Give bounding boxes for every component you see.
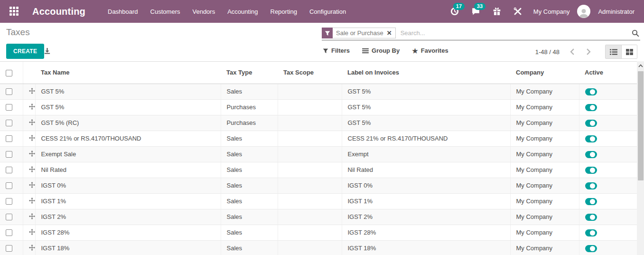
company-cell[interactable]: My Company bbox=[510, 131, 579, 146]
pager-next-button[interactable] bbox=[582, 47, 595, 57]
row-handle-cell[interactable] bbox=[23, 146, 35, 162]
group-by-button[interactable]: Group By bbox=[362, 47, 400, 54]
tax-scope-cell[interactable] bbox=[278, 162, 342, 178]
company-cell[interactable]: My Company bbox=[510, 209, 579, 225]
active-cell[interactable] bbox=[579, 115, 637, 131]
tax-name-cell[interactable]: Exempt Sale bbox=[35, 146, 221, 162]
column-tax-type[interactable]: Tax Type bbox=[221, 62, 278, 84]
tax-type-cell[interactable]: Sales bbox=[221, 178, 278, 193]
messages-button[interactable]: 33 bbox=[467, 5, 484, 18]
pager-previous-button[interactable] bbox=[566, 47, 579, 57]
row-checkbox[interactable] bbox=[6, 167, 12, 173]
vertical-scrollbar[interactable] bbox=[637, 61, 644, 255]
tax-type-cell[interactable]: Sales bbox=[221, 193, 278, 209]
active-toggle[interactable] bbox=[585, 214, 597, 221]
search-facet[interactable]: Sale or Purchase ✕ bbox=[322, 28, 396, 38]
table-row[interactable]: GST 5% Purchases GST 5% My Company bbox=[0, 99, 637, 115]
tax-scope-cell[interactable] bbox=[278, 115, 342, 131]
active-toggle[interactable] bbox=[585, 229, 597, 236]
active-toggle[interactable] bbox=[585, 151, 597, 158]
company-cell[interactable]: My Company bbox=[510, 240, 579, 255]
tax-type-cell[interactable]: Purchases bbox=[221, 99, 278, 115]
row-handle-cell[interactable] bbox=[23, 162, 35, 178]
drag-handle-icon[interactable] bbox=[29, 229, 35, 235]
company-switcher[interactable]: My Company bbox=[531, 8, 573, 15]
active-toggle[interactable] bbox=[585, 198, 597, 205]
tax-label-cell[interactable]: GST 5% bbox=[342, 84, 510, 99]
tax-scope-cell[interactable] bbox=[278, 240, 342, 255]
tax-scope-cell[interactable] bbox=[278, 193, 342, 209]
company-cell[interactable]: My Company bbox=[510, 162, 579, 178]
row-handle-cell[interactable] bbox=[23, 131, 35, 146]
menu-dashboard[interactable]: Dashboard bbox=[102, 0, 144, 23]
row-select-cell[interactable] bbox=[0, 146, 23, 162]
tax-label-cell[interactable]: CESS 21% or RS.4170/THOUSAND bbox=[342, 131, 510, 146]
active-cell[interactable] bbox=[579, 146, 637, 162]
column-active[interactable]: Active bbox=[579, 62, 637, 84]
gift-button[interactable] bbox=[489, 5, 505, 18]
company-cell[interactable]: My Company bbox=[510, 115, 579, 131]
tax-scope-cell[interactable] bbox=[278, 146, 342, 162]
row-select-cell[interactable] bbox=[0, 178, 23, 193]
user-menu[interactable]: Administrator bbox=[595, 8, 637, 15]
row-handle-cell[interactable] bbox=[23, 193, 35, 209]
row-select-cell[interactable] bbox=[0, 225, 23, 240]
company-cell[interactable]: My Company bbox=[510, 99, 579, 115]
search-bar[interactable]: Sale or Purchase ✕ bbox=[322, 26, 640, 40]
table-row[interactable]: IGST 28% Sales IGST 28% My Company bbox=[0, 225, 637, 240]
select-all-header[interactable] bbox=[0, 62, 23, 84]
active-cell[interactable] bbox=[579, 99, 637, 115]
tax-name-cell[interactable]: GST 5% bbox=[35, 84, 221, 99]
tax-name-cell[interactable]: GST 5% (RC) bbox=[35, 115, 221, 131]
company-cell[interactable]: My Company bbox=[510, 193, 579, 209]
tax-type-cell[interactable]: Sales bbox=[221, 162, 278, 178]
tax-label-cell[interactable]: GST 5% bbox=[342, 99, 510, 115]
active-cell[interactable] bbox=[579, 240, 637, 255]
tax-label-cell[interactable]: GST 5% bbox=[342, 115, 510, 131]
tax-scope-cell[interactable] bbox=[278, 209, 342, 225]
row-checkbox[interactable] bbox=[6, 229, 12, 236]
tax-scope-cell[interactable] bbox=[278, 131, 342, 146]
active-cell[interactable] bbox=[579, 178, 637, 193]
tax-type-cell[interactable]: Purchases bbox=[221, 115, 278, 131]
row-select-cell[interactable] bbox=[0, 193, 23, 209]
drag-handle-icon[interactable] bbox=[29, 135, 35, 141]
table-row[interactable]: GST 5% Sales GST 5% My Company bbox=[0, 84, 637, 99]
row-select-cell[interactable] bbox=[0, 209, 23, 225]
drag-handle-icon[interactable] bbox=[29, 198, 35, 204]
drag-handle-icon[interactable] bbox=[29, 88, 35, 94]
table-row[interactable]: Nil Rated Sales Nil Rated My Company bbox=[0, 162, 637, 178]
row-checkbox[interactable] bbox=[6, 120, 12, 126]
row-select-cell[interactable] bbox=[0, 115, 23, 131]
tax-type-cell[interactable]: Sales bbox=[221, 146, 278, 162]
table-row[interactable]: Exempt Sale Sales Exempt My Company bbox=[0, 146, 637, 162]
row-checkbox[interactable] bbox=[6, 151, 12, 158]
tax-type-cell[interactable]: Sales bbox=[221, 225, 278, 240]
row-select-cell[interactable] bbox=[0, 162, 23, 178]
table-row[interactable]: IGST 2% Sales IGST 2% My Company bbox=[0, 209, 637, 225]
row-checkbox[interactable] bbox=[6, 198, 12, 205]
list-view-button[interactable] bbox=[606, 45, 621, 58]
drag-handle-icon[interactable] bbox=[29, 166, 35, 172]
tax-label-cell[interactable]: IGST 1% bbox=[342, 193, 510, 209]
tax-label-cell[interactable]: IGST 0% bbox=[342, 178, 510, 193]
active-cell[interactable] bbox=[579, 193, 637, 209]
tax-type-cell[interactable]: Sales bbox=[221, 131, 278, 146]
tax-label-cell[interactable]: IGST 18% bbox=[342, 240, 510, 255]
table-row[interactable]: IGST 0% Sales IGST 0% My Company bbox=[0, 178, 637, 193]
menu-configuration[interactable]: Configuration bbox=[303, 0, 352, 23]
column-label[interactable]: Label on Invoices bbox=[342, 62, 510, 84]
table-row[interactable]: CESS 21% or RS.4170/THOUSAND Sales CESS … bbox=[0, 131, 637, 146]
row-handle-cell[interactable] bbox=[23, 115, 35, 131]
menu-vendors[interactable]: Vendors bbox=[186, 0, 221, 23]
create-button[interactable]: CREATE bbox=[6, 44, 44, 59]
tax-label-cell[interactable]: IGST 28% bbox=[342, 225, 510, 240]
row-select-cell[interactable] bbox=[0, 131, 23, 146]
company-cell[interactable]: My Company bbox=[510, 178, 579, 193]
row-handle-cell[interactable] bbox=[23, 178, 35, 193]
column-company[interactable]: Company bbox=[510, 62, 579, 84]
row-checkbox[interactable] bbox=[6, 88, 12, 95]
active-toggle[interactable] bbox=[585, 104, 597, 111]
menu-accounting[interactable]: Accounting bbox=[221, 0, 264, 23]
active-toggle[interactable] bbox=[585, 245, 597, 252]
